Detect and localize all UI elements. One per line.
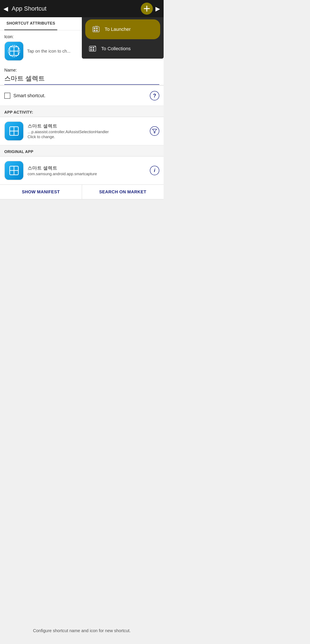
activity-change: Click to change.	[27, 135, 146, 139]
help-icon[interactable]: ?	[150, 91, 159, 100]
collections-icon	[88, 44, 97, 54]
info-icon[interactable]: i	[150, 166, 159, 175]
svg-rect-11	[93, 47, 94, 48]
filter-icon[interactable]	[150, 126, 159, 136]
show-manifest-button[interactable]: SHOW MANIFEST	[0, 185, 82, 199]
header-left: ◀ App Shortcut	[3, 5, 46, 12]
next-button[interactable]: ▶	[155, 5, 160, 12]
activity-row[interactable]: 스마트 셀렉트 …p.aiassist.controller.AiAssistS…	[0, 117, 164, 145]
launcher-icon	[91, 24, 101, 34]
original-app-name: 스마트 셀렉트	[27, 165, 146, 171]
add-button[interactable]	[141, 2, 153, 15]
name-input[interactable]	[4, 74, 159, 83]
dropdown-menu: To Launcher To Collections	[82, 17, 164, 58]
activity-app-icon	[4, 121, 24, 141]
svg-rect-16	[10, 47, 18, 56]
original-app-title: ORIGINAL APP	[4, 150, 33, 154]
original-app-package: com.samsung.android.app.smartcapture	[27, 172, 146, 176]
back-button[interactable]: ◀	[3, 5, 8, 12]
page-title: App Shortcut	[12, 5, 46, 12]
to-collections-label: To Collections	[101, 46, 131, 52]
smart-left: Smart shortcut.	[4, 93, 45, 99]
svg-rect-13	[93, 49, 94, 51]
app-header: ◀ App Shortcut ▶	[0, 0, 164, 17]
tab-shortcut-attributes[interactable]: SHORTCUT ATTRIBUTES	[4, 17, 57, 30]
svg-marker-22	[152, 129, 157, 133]
svg-rect-3	[94, 28, 95, 29]
activity-info: 스마트 셀렉트 …p.aiassist.controller.AiAssistS…	[27, 123, 146, 139]
app-activity-title: APP ACTIVITY:	[4, 110, 33, 114]
smart-shortcut-label: Smart shortcut.	[13, 93, 45, 98]
name-section: Name:	[0, 66, 164, 85]
original-app-row: 스마트 셀렉트 com.samsung.android.app.smartcap…	[0, 156, 164, 184]
original-info: 스마트 셀렉트 com.samsung.android.app.smartcap…	[27, 165, 146, 176]
app-icon-button[interactable]	[4, 42, 24, 61]
to-launcher-item[interactable]: To Launcher	[85, 20, 160, 39]
svg-rect-6	[96, 30, 98, 31]
activity-name: 스마트 셀렉트	[27, 123, 146, 129]
app-activity-header: APP ACTIVITY:	[0, 106, 164, 117]
header-right: ▶	[141, 2, 160, 15]
empty-gray-area	[0, 199, 164, 393]
svg-rect-10	[90, 47, 92, 48]
svg-rect-12	[90, 49, 92, 51]
icon-hint-text: Tap on the icon to ch...	[27, 49, 70, 54]
activity-package: …p.aiassist.controller.AiAssistSelection…	[27, 130, 146, 134]
to-launcher-label: To Launcher	[105, 26, 131, 32]
search-on-market-button[interactable]: SEARCH ON MARKET	[82, 185, 164, 199]
svg-rect-5	[94, 30, 95, 31]
to-collections-item[interactable]: To Collections	[82, 42, 164, 58]
smart-shortcut-checkbox[interactable]	[4, 93, 10, 99]
bottom-buttons: SHOW MANIFEST SEARCH ON MARKET	[0, 184, 164, 199]
original-app-header: ORIGINAL APP	[0, 145, 164, 156]
name-label: Name:	[4, 68, 159, 73]
original-app-icon	[4, 161, 24, 180]
smart-shortcut-row: Smart shortcut. ?	[0, 86, 164, 106]
name-input-wrap	[4, 74, 159, 85]
footer-note: Configure shortcut name and icon for new…	[0, 624, 164, 638]
svg-rect-4	[96, 28, 98, 29]
